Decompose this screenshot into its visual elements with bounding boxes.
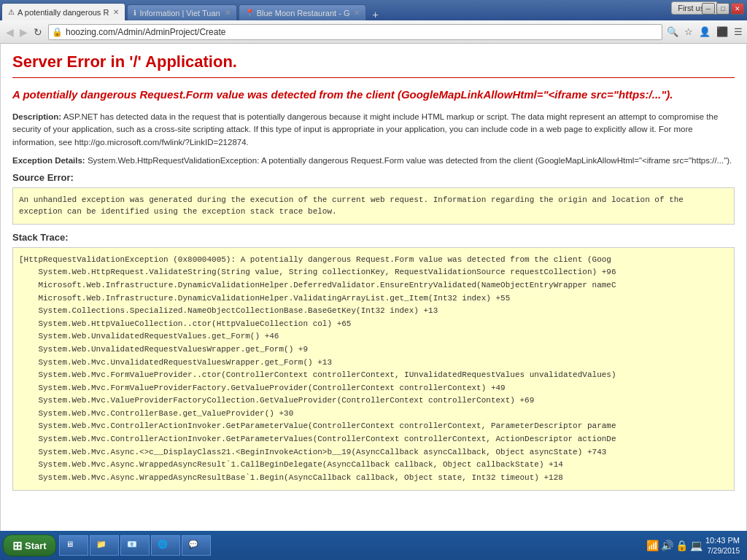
navigation-bar: ◀ ▶ ↻ 🔒 🔍 ☆ 👤 ⬛ ☰ <box>0 20 747 44</box>
taskbar-items: 🖥 📁 📧 🌐 💬 <box>59 535 642 556</box>
taskbar-item-3[interactable]: 🌐 <box>151 535 180 556</box>
page-icon: 🔒 <box>52 27 63 37</box>
tray-icon-signal: 📶 <box>646 540 659 551</box>
source-error-label: Source Error: <box>12 172 735 183</box>
tab2-close[interactable]: ✕ <box>225 9 231 17</box>
back-button[interactable]: ◀ <box>3 25 17 39</box>
tab-1[interactable]: ⚠ A potentially dangerous R ✕ <box>1 3 125 20</box>
taskbar-icon-1: 📁 <box>96 540 108 551</box>
profile-button[interactable]: 👤 <box>697 25 712 39</box>
source-error-box: An unhandled exception was generated dur… <box>12 187 735 225</box>
taskbar-item-0[interactable]: 🖥 <box>59 535 88 556</box>
tab-3[interactable]: 📍 Blue Moon Restaurant - G ✕ <box>239 4 367 20</box>
start-label: Start <box>25 540 47 551</box>
taskbar-icon-3: 🌐 <box>158 540 169 551</box>
tray-icons: 📶 🔊 🔒 💻 <box>646 540 703 551</box>
tab2-icon: ℹ <box>133 9 136 17</box>
forward-button[interactable]: ▶ <box>17 25 31 39</box>
start-button[interactable]: ⊞ Start <box>3 534 56 556</box>
taskbar: ⊞ Start 🖥 📁 📧 🌐 💬 📶 🔊 🔒 💻 10:43 PM 7/29/… <box>0 531 747 560</box>
tab-2[interactable]: ℹ Information | Viet Tuan ✕ <box>127 4 236 20</box>
error-title: Server Error in '/' Application. <box>12 52 735 71</box>
nav-right-icons: 🔍 ☆ 👤 ⬛ ☰ <box>665 25 744 39</box>
description-paragraph: Description: ASP.NET has detected data i… <box>12 111 735 149</box>
tab-bar: ⚠ A potentially dangerous R ✕ ℹ Informat… <box>0 0 747 20</box>
dangerous-request-heading: A potentially dangerous Request.Form val… <box>12 87 735 102</box>
stack-trace-label: Stack Trace: <box>12 232 735 243</box>
tab1-icon: ⚠ <box>8 8 15 16</box>
tab3-label: Blue Moon Restaurant - G <box>257 9 350 18</box>
search-button[interactable]: 🔍 <box>665 25 680 39</box>
tab2-label: Information | Viet Tuan <box>139 9 220 18</box>
window-controls: ─ □ ✕ <box>702 3 744 15</box>
taskbar-icon-4: 💬 <box>188 540 200 551</box>
windows-icon: ⊞ <box>12 539 22 553</box>
menu-button[interactable]: ☰ <box>732 25 744 39</box>
address-input[interactable] <box>66 27 659 37</box>
clock-date: 7/29/2015 <box>705 546 740 556</box>
browser-chrome: ⚠ A potentially dangerous R ✕ ℹ Informat… <box>0 0 747 44</box>
taskbar-item-1[interactable]: 📁 <box>90 535 119 556</box>
description-label: Description: <box>12 112 61 121</box>
tray-icon-volume: 🔊 <box>661 540 673 551</box>
tray-icon-pc: 💻 <box>690 540 703 551</box>
tab1-close[interactable]: ✕ <box>113 8 119 16</box>
taskbar-item-4[interactable]: 💬 <box>182 535 211 556</box>
tab3-icon: 📍 <box>245 9 254 17</box>
blackberry-button[interactable]: ⬛ <box>715 25 729 39</box>
tab1-label: A potentially dangerous R <box>18 8 109 17</box>
address-bar-container: 🔒 <box>48 24 662 40</box>
main-content[interactable]: Server Error in '/' Application. A poten… <box>0 44 747 531</box>
description-text-content: ASP.NET has detected data in the request… <box>12 112 718 147</box>
system-clock: 10:43 PM 7/29/2015 <box>705 535 740 555</box>
exception-details: Exception Details: System.Web.HttpReques… <box>12 156 735 165</box>
close-button[interactable]: ✕ <box>731 3 744 15</box>
system-tray: 📶 🔊 🔒 💻 10:43 PM 7/29/2015 <box>642 535 744 555</box>
exception-text-content: System.Web.HttpRequestValidationExceptio… <box>88 156 732 165</box>
reload-button[interactable]: ↻ <box>31 25 45 39</box>
stack-trace-box: [HttpRequestValidationException (0x80004… <box>12 247 735 491</box>
exception-label: Exception Details: <box>12 156 85 165</box>
minimize-button[interactable]: ─ <box>702 3 715 15</box>
taskbar-item-2[interactable]: 📧 <box>120 535 150 556</box>
clock-time: 10:43 PM <box>705 535 740 545</box>
bookmark-button[interactable]: ☆ <box>683 25 694 39</box>
new-tab-button[interactable]: + <box>368 9 382 20</box>
tray-icon-lock: 🔒 <box>676 540 688 551</box>
taskbar-icon-0: 🖥 <box>66 540 77 551</box>
tab3-close[interactable]: ✕ <box>354 9 360 17</box>
taskbar-icon-2: 📧 <box>127 540 139 551</box>
maximize-button[interactable]: □ <box>716 3 729 15</box>
top-divider <box>12 77 735 78</box>
